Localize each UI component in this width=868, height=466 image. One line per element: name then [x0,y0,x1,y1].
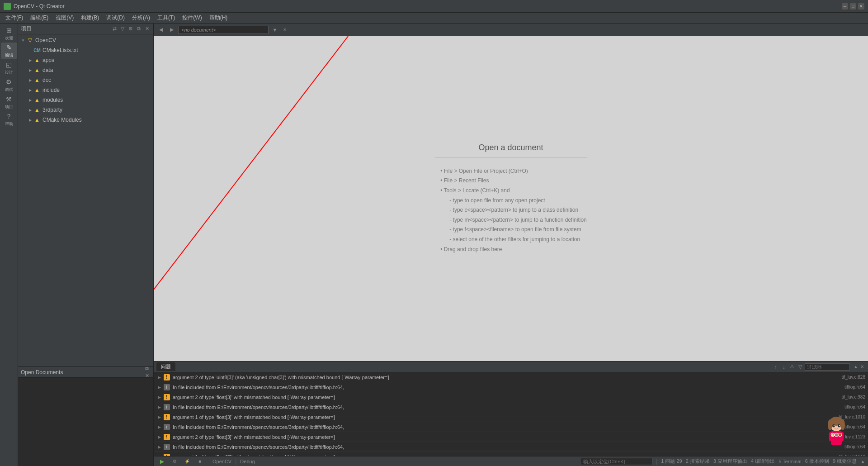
status-arrow[interactable]: ▲ [860,459,865,464]
issue-row-8[interactable]: ▶ ! argument 1 of type 'float[3]' with m… [154,452,868,456]
doc-folder-icon: ▲ [33,76,41,84]
issues-expand-icon[interactable]: ▲ [853,364,859,370]
status-app-output[interactable]: 3 应用程序输出 [713,458,747,465]
tree-root-opencv[interactable]: ▼ ▽ OpenCV [18,35,153,45]
filter-input[interactable] [805,363,850,371]
menu-view[interactable]: 视图(V) [52,13,77,23]
project-header: 项目 ⇄ ▽ ⚙ ⧉ ✕ [18,24,153,34]
project-close-icon[interactable]: ✕ [143,25,151,33]
open-doc-hints-list: File > Open File or Project (Ctrl+O) Fil… [435,166,587,254]
open-docs-content [18,378,153,466]
issue-text-0: argument 2 of type 'uint8[3]' (aka 'unsi… [173,375,838,380]
tab-issues[interactable]: 问题 [156,362,175,371]
project-float-icon[interactable]: ⧉ [135,25,142,33]
data-label: data [42,67,53,73]
issue-row-3[interactable]: ▶ i In file included from E:/Environment… [154,402,868,412]
sidebar-item-edit[interactable]: ✎ 编辑 [1,43,17,59]
tree-item-data[interactable]: ▶ ▲ data [18,65,153,75]
status-problems[interactable]: 1 问题 29 [661,458,682,465]
issue-row-7[interactable]: ▶ i In file included from E:/Environment… [154,442,868,452]
include-folder-icon: ▲ [33,86,41,94]
sidebar-item-help[interactable]: ? 帮助 [1,111,17,128]
doc-label: doc [42,77,51,83]
issue-row-4[interactable]: ▶ ! argument 1 of type 'float[3]' with m… [154,412,868,422]
cmake-modules-folder-icon: ▲ [33,116,41,124]
stop-button[interactable]: ■ [194,457,205,466]
debug-run-button[interactable]: ⚙ [169,457,180,466]
root-label: OpenCV [35,37,56,43]
3rdparty-arrow: ▶ [27,107,33,113]
menu-tools[interactable]: 工具(T) [154,13,179,23]
status-search[interactable]: 2 搜索结果 [686,458,710,465]
issue-row-5[interactable]: ▶ i In file included from E:/Environment… [154,422,868,432]
doc-close-button[interactable]: ✕ [281,26,288,33]
project-sync-icon[interactable]: ⇄ [111,25,118,33]
issue-expand-3[interactable]: ▶ [156,404,162,410]
warning-icon-4: ! [164,414,170,420]
minimize-button[interactable]: ─ [842,3,848,10]
issue-expand-5[interactable]: ▶ [156,424,162,430]
status-vcs[interactable]: 6 版本控制 [805,458,829,465]
back-button[interactable]: ◀ [156,25,165,34]
tree-item-modules[interactable]: ▶ ▲ modules [18,95,153,105]
sidebar-item-welcome[interactable]: ⊞ 欢迎 [1,25,17,42]
open-docs-header-icons: ⧉ ✕ [143,365,151,380]
tree-item-doc[interactable]: ▶ ▲ doc [18,75,153,85]
issue-row-0[interactable]: ▶ ! argument 2 of type 'uint8[3]' (aka '… [154,372,868,382]
menu-analyze[interactable]: 分析(A) [128,13,154,23]
issue-expand-6[interactable]: ▶ [156,434,162,440]
tree-item-cmakelists[interactable]: CM CMakeLists.txt [18,45,153,55]
doc-dropdown-icon[interactable]: ▼ [270,25,279,34]
warning-icon-0: ! [164,374,170,380]
project-panel: 项目 ⇄ ▽ ⚙ ⧉ ✕ ▼ ▽ OpenCV [18,24,153,366]
design-icon: ◱ [5,61,13,69]
issue-row-6[interactable]: ▶ ! argument 2 of type 'float[3]' with m… [154,432,868,442]
sidebar-item-design[interactable]: ◱ 设计 [1,60,17,76]
issue-expand-1[interactable]: ▶ [156,385,162,390]
issue-text-7: In file included from E:/Environment/ope… [173,444,841,450]
forward-button[interactable]: ▶ [167,25,176,34]
document-selector[interactable]: <no document> [178,26,269,34]
tree-item-cmake-modules[interactable]: ▶ ▲ CMake Modules [18,115,153,125]
menu-bar: 文件(F) 编辑(E) 视图(V) 构建(B) 调试(D) 分析(A) 工具(T… [0,13,868,24]
project-filter-icon[interactable]: ▽ [119,25,126,33]
menu-help[interactable]: 帮助(H) [206,13,231,23]
build-run-button[interactable]: ⚡ [182,457,193,466]
warning-filter-icon[interactable]: ⚠ [788,363,796,371]
menu-edit[interactable]: 编辑(E) [27,13,52,23]
issue-expand-2[interactable]: ▶ [156,395,162,400]
sort-asc-icon[interactable]: ↑ [772,363,779,371]
issue-row-2[interactable]: ▶ ! argument 2 of type 'float[3]' with m… [154,392,868,402]
issues-close-icon[interactable]: ✕ [859,364,865,370]
issue-expand-0[interactable]: ▶ [156,375,162,380]
bottom-area: 问题 ↑ ↓ ⚠ ▽ ▲ ✕ ▶ ! argument 2 o [154,361,868,456]
sort-desc-icon[interactable]: ↓ [780,363,788,371]
left-panel: 项目 ⇄ ▽ ⚙ ⧉ ✕ ▼ ▽ OpenCV [18,24,154,466]
root-folder-icon: ▽ [26,37,33,44]
tree-item-3rdparty[interactable]: ▶ ▲ 3rdparty [18,105,153,115]
menu-build[interactable]: 构建(B) [77,13,103,23]
tree-item-apps[interactable]: ▶ ▲ apps [18,55,153,65]
open-docs-float-icon[interactable]: ⧉ [143,365,151,372]
menu-file[interactable]: 文件(F) [2,13,27,23]
issue-row-1[interactable]: ▶ i In file included from E:/Environment… [154,382,868,392]
tree-item-include[interactable]: ▶ ▲ include [18,85,153,95]
sidebar-item-project[interactable]: ⚒ 项目 [1,94,17,110]
close-button[interactable]: ✕ [858,3,864,10]
menu-controls[interactable]: 控件(W) [179,13,205,23]
status-info[interactable]: 9 概要信息 [833,458,857,465]
maximize-button[interactable]: □ [850,3,856,10]
run-button[interactable]: ▶ [156,457,167,466]
project-settings-icon[interactable]: ⚙ [127,25,134,33]
issue-expand-4[interactable]: ▶ [156,414,162,420]
status-compile[interactable]: 4 编译输出 [751,458,775,465]
issue-expand-7[interactable]: ▶ [156,444,162,450]
sidebar-item-debug[interactable]: ⚙ 调试 [1,77,17,93]
locate-input[interactable] [580,458,652,465]
data-arrow: ▶ [27,67,33,73]
filter-toggle-icon[interactable]: ▽ [797,363,804,371]
status-terminal[interactable]: 5 Terminal [778,459,802,464]
issue-text-6: argument 2 of type 'float[3]' with misma… [173,434,835,440]
menu-debug[interactable]: 调试(D) [103,13,128,23]
open-doc-title: Open a document [435,143,587,157]
